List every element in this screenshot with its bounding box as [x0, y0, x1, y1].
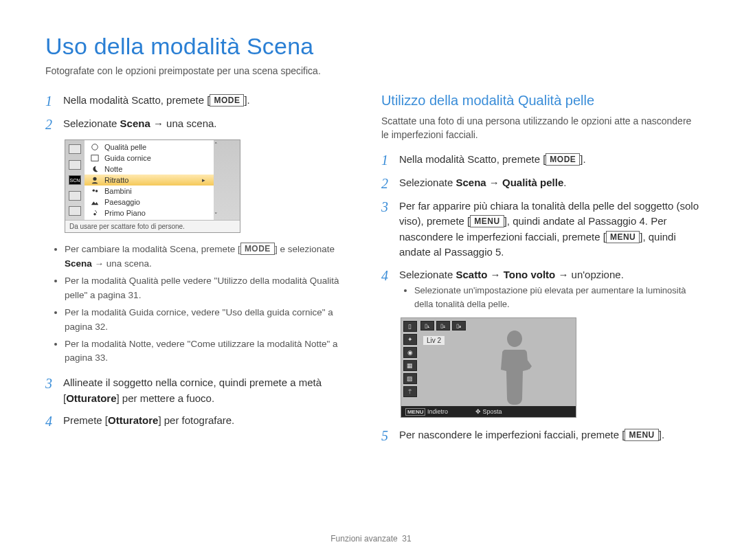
menu-button-label: MENU	[606, 231, 640, 243]
level-tabs: ▯₁ ▯₂ ▯₃	[420, 321, 466, 331]
note-item: Per la modalità Guida cornice, vedere "U…	[65, 306, 350, 335]
note-item: Per la modalità Qualità pelle vedere "Ut…	[65, 274, 350, 303]
bold: Scena	[456, 177, 486, 188]
scene-item-selected: Ritratto ▸	[85, 175, 214, 186]
footer-move-label: Sposta	[483, 408, 502, 415]
frame-guide-icon	[90, 154, 100, 162]
rail-slot	[69, 144, 81, 154]
scene-item: Bambini	[85, 186, 214, 197]
rail-slot-active: SCN	[69, 175, 81, 185]
scene-item: Notte	[85, 164, 214, 175]
right-step-1: 1 Nella modalità Scatto, premete [MODE].	[381, 152, 701, 168]
scene-hint: Da usare per scattare foto di persone.	[65, 220, 240, 232]
scene-item: Primo Piano	[85, 208, 214, 219]
level-tab: ▯₃	[452, 321, 466, 331]
left-column: 1 Nella modalità Scatto, premete [MODE].…	[45, 93, 350, 451]
bold: Tono volto	[504, 269, 556, 280]
scene-item: Paesaggio	[85, 197, 214, 208]
footer-section: Funzioni avanzate	[330, 534, 397, 544]
rail-slot: ◉	[403, 347, 417, 358]
menu-mark-icon: MENU	[405, 408, 426, 416]
level-value: Liv 2	[423, 336, 445, 345]
page-title: Uso della modalità Scena	[45, 33, 701, 60]
scene-label: Paesaggio	[104, 198, 140, 206]
person-silhouette-icon	[491, 328, 539, 405]
section-desc: Scattate una foto di una persona utilizz…	[381, 114, 701, 142]
step-number: 3	[45, 375, 56, 392]
landscape-icon	[90, 198, 100, 206]
page-footer: Funzioni avanzate 31	[0, 534, 742, 544]
text: ].	[580, 153, 585, 165]
portrait-icon	[90, 176, 100, 184]
note-item: Per cambiare la modalità Scena, premete …	[65, 243, 350, 271]
svg-rect-1	[91, 155, 98, 161]
rail-slot: ✦	[403, 334, 417, 345]
menu-button-label: MENU	[625, 429, 658, 441]
bold: Otturatore	[66, 392, 116, 404]
face-icon	[90, 143, 100, 151]
right-step-3: 3 Per far apparire più chiara la tonalit…	[381, 199, 701, 260]
text: ].	[244, 94, 249, 106]
svg-point-0	[92, 144, 98, 150]
text: →	[487, 269, 503, 280]
scene-label: Ritratto	[104, 176, 128, 184]
step-number: 2	[45, 116, 56, 133]
scene-label: Notte	[104, 165, 122, 173]
scene-label: Guida cornice	[104, 154, 151, 162]
scene-list: Qualità pelle Guida cornice Notte Ritrat…	[85, 140, 214, 220]
svg-point-2	[93, 177, 96, 181]
text: Selezionate	[399, 177, 456, 188]
level-side-rail: ▯ ✦ ◉ ▦ ▨ ⍑	[403, 321, 418, 406]
svg-point-4	[95, 190, 98, 192]
screen-footer: MENU Indietro ✥ Sposta	[401, 406, 576, 417]
rail-slot: ▨	[403, 373, 417, 384]
mode-button-label: MODE	[546, 153, 580, 166]
text: Per cambiare la modalità Scena, premete …	[65, 244, 240, 254]
text: Nella modalità Scatto, premete [	[63, 94, 210, 106]
bold: Scena	[120, 117, 150, 129]
mode-button-label: MODE	[240, 243, 275, 255]
rail-slot	[69, 206, 81, 216]
section-heading: Utilizzo della modalità Qualità pelle	[381, 93, 701, 109]
chevron-up-icon: ˄	[214, 142, 218, 148]
scene-label: Primo Piano	[104, 209, 146, 217]
scene-mode-rail: SCN	[67, 144, 82, 216]
note-item: Per la modalità Notte, vedere "Come util…	[65, 337, 350, 366]
text: Per nascondere le imperfezioni facciali,…	[399, 429, 625, 440]
text: ] per fotografare.	[158, 414, 234, 426]
level-tab: ▯₁	[420, 321, 434, 331]
rail-slot	[69, 160, 81, 170]
tone-level-screen: ▯₁ ▯₂ ▯₃ ▯ ✦ ◉ ▦ ▨ ⍑ Liv 2 MENU Indietro…	[401, 317, 576, 418]
rail-slot: ▦	[403, 360, 417, 371]
left-step-1: 1 Nella modalità Scatto, premete [MODE].	[45, 93, 350, 109]
text: → una scena.	[92, 258, 152, 269]
svg-point-3	[93, 189, 95, 191]
bold: Qualità pelle	[502, 177, 563, 188]
step-number: 4	[381, 267, 392, 284]
left-step-3: 3 Allineate il soggetto nella cornice, q…	[45, 375, 350, 406]
text: →	[486, 177, 502, 188]
scene-label: Qualità pelle	[104, 143, 146, 151]
bold: Scatto	[456, 269, 487, 280]
rail-slot: ▯	[403, 321, 417, 332]
chevron-right-icon: ▸	[202, 177, 205, 183]
page-subtitle: Fotografate con le opzioni preimpostate …	[45, 65, 701, 76]
right-step-2: 2 Selezionate Scena → Qualità pelle.	[381, 175, 701, 192]
right-step-4: 4 Selezionate Scatto → Tono volto → un'o…	[381, 267, 701, 311]
mode-button-label: MODE	[210, 94, 244, 107]
text: → una scena.	[150, 117, 217, 129]
text: .	[563, 177, 566, 188]
footer-page-number: 31	[402, 534, 411, 544]
scene-item: Qualità pelle	[85, 142, 214, 153]
scene-label: Bambini	[104, 187, 132, 195]
chevron-down-icon: ˅	[214, 212, 218, 219]
scene-notes: Per cambiare la modalità Scena, premete …	[45, 243, 350, 366]
text: ] e selezionate	[275, 244, 335, 254]
text: Nella modalità Scatto, premete [	[399, 153, 546, 165]
rail-slot	[69, 191, 81, 201]
step-number: 5	[381, 427, 392, 444]
menu-button-label: MENU	[470, 215, 504, 227]
left-step-4: 4 Premete [Otturatore] per fotografare.	[45, 413, 350, 429]
scene-select-screen: ˄ SCN Qualità pelle Guida cornice	[65, 139, 240, 233]
right-column: Utilizzo della modalità Qualità pelle Sc…	[381, 93, 701, 451]
